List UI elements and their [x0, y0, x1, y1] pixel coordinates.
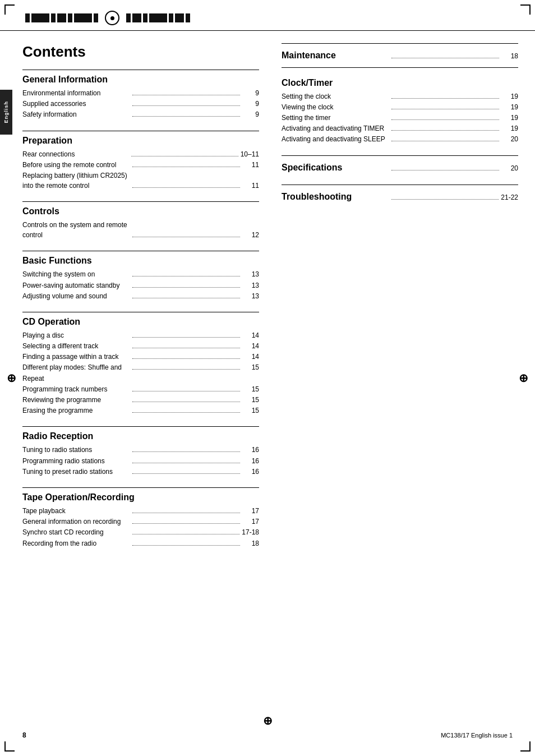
section-tape: Tape Operation/Recording Tape playback 1… [22, 492, 259, 549]
entry-label: Synchro start CD recording [22, 527, 130, 538]
entry-label: Viewing the clock [282, 102, 389, 113]
toc-entry: Activating and deactivating SLEEP 20 [282, 134, 518, 145]
multiline-entry: Controls on the system and remote [22, 220, 259, 230]
bar-seg-8 [126, 13, 131, 22]
dots [132, 348, 240, 348]
section-heading-maintenance: Maintenance [282, 48, 389, 63]
entry-label: Programming track numbers [22, 384, 130, 395]
page-num: 18 [501, 51, 518, 62]
toc-entry: Finding a passage within a track 14 [22, 352, 259, 362]
page-num: 15 [242, 395, 259, 405]
toc-entry: Environmental information 9 [22, 88, 259, 99]
section-heading-cd: CD Operation [22, 317, 259, 327]
divider [282, 67, 518, 68]
bar-seg-4 [57, 13, 66, 22]
corner-mark-bl [4, 741, 15, 752]
page-num: 12 [242, 230, 259, 241]
bar-seg-12 [169, 13, 173, 22]
divider [282, 185, 518, 185]
dots [131, 156, 238, 156]
toc-entry: into the remote control 11 [22, 181, 259, 191]
toc-entry: General information on recording 17 [22, 517, 259, 527]
page-num: 15 [242, 384, 259, 395]
toc-entry: Tape playback 17 [22, 506, 259, 517]
dots [132, 187, 240, 188]
page-num: 18 [242, 538, 259, 549]
section-maintenance: Maintenance 18 [282, 43, 518, 68]
bar-seg-3 [51, 13, 56, 22]
dots [391, 119, 499, 120]
dots [132, 105, 240, 106]
toc-entry: Rear connections 10–11 [22, 149, 259, 160]
sidebar-tab: English [0, 90, 12, 135]
section-heading-controls: Controls [22, 206, 259, 216]
dots [132, 473, 240, 474]
section-heading-basic: Basic Functions [22, 256, 259, 266]
dots [132, 167, 240, 167]
section-troubleshooting: Troubleshooting 21-22 [282, 190, 518, 204]
page-num: 19 [501, 123, 518, 134]
dots [391, 98, 499, 99]
divider [22, 426, 259, 427]
page-num: 21-22 [501, 192, 518, 203]
page-num: 10–11 [241, 149, 259, 160]
entry-label: Playing a disc [22, 330, 130, 341]
entry-label: Different play modes: Shuffle and Repeat [22, 362, 130, 384]
model-info: MC138/17 English issue 1 [441, 732, 513, 739]
page-num: 17 [242, 517, 259, 527]
section-radio: Radio Reception Tuning to radio stations… [22, 431, 259, 477]
toc-entry: Power-saving automatic standby 13 [22, 280, 259, 291]
dots [132, 513, 240, 513]
dots [132, 523, 240, 524]
page-num: 16 [242, 467, 259, 477]
dots [132, 95, 240, 95]
crosshair-left: ⊕ [7, 371, 16, 385]
toc-entry: Selecting a different track 14 [22, 341, 259, 352]
bar-seg-9 [132, 13, 141, 22]
section-heading-general: General Information [22, 75, 259, 85]
page-num: 14 [242, 330, 259, 341]
page-num: 17-18 [242, 527, 259, 538]
page-num: 19 [501, 113, 518, 123]
dots [132, 534, 240, 534]
dots [391, 199, 499, 200]
entry-label: Switching the system on [22, 269, 130, 280]
left-column: Contents General Information Environment… [22, 43, 270, 559]
top-circle-crosshair [105, 11, 119, 25]
bar-seg-1 [25, 13, 30, 22]
page-num: 16 [242, 445, 259, 455]
toc-entry: Switching the system on 13 [22, 269, 259, 280]
toc-entry: Erasing the programme 15 [22, 405, 259, 416]
main-content: Contents General Information Environment… [0, 38, 535, 576]
dots [391, 130, 499, 131]
bar-seg-11 [149, 13, 167, 22]
bar-seg-6 [74, 13, 92, 22]
page-num: 9 [242, 109, 259, 120]
entry-label: Setting the timer [282, 113, 389, 123]
entry-label: Setting the clock [282, 91, 389, 102]
section-heading-troubleshooting: Troubleshooting [282, 190, 389, 204]
page-num: 19 [501, 91, 518, 102]
page-num: 15 [242, 405, 259, 416]
dots [132, 298, 240, 298]
page-title: Contents [22, 43, 259, 61]
dots [132, 358, 240, 359]
dots [132, 369, 240, 370]
page-num: 15 [242, 362, 259, 373]
section-specifications: Specifications 20 [282, 160, 518, 175]
page-num: 13 [242, 280, 259, 291]
page-num: 14 [242, 352, 259, 362]
toc-entry: Troubleshooting 21-22 [282, 190, 518, 204]
dots [132, 391, 240, 391]
toc-entry: Maintenance 18 [282, 48, 518, 63]
page-num: 9 [242, 88, 259, 99]
circle-dot [110, 16, 114, 20]
toc-entry: Adjusting volume and sound 13 [22, 291, 259, 302]
top-decorative-bar [0, 0, 535, 31]
section-heading-radio: Radio Reception [22, 431, 259, 441]
page-num: 20 [501, 163, 518, 174]
crosshair-bottom: ⊕ [263, 713, 273, 728]
entry-label: Activating and deactivating TIMER [282, 123, 389, 134]
section-heading-specifications: Specifications [282, 160, 389, 175]
top-bar-left-segments [25, 13, 98, 22]
